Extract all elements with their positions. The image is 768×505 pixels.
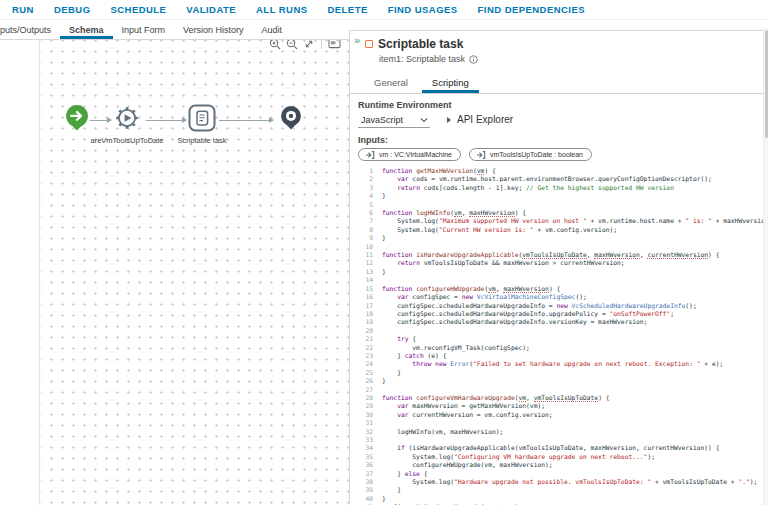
input-variable-chip[interactable]: vmToolsIsUpToDate : boolean (469, 148, 592, 161)
connector-line (146, 120, 186, 121)
line-number: 36 (358, 461, 382, 469)
code-line: 21 try { (358, 335, 768, 343)
line-content: var cods = vm.runtime.host.parent.enviro… (382, 175, 712, 183)
zoom-in-icon[interactable] (268, 40, 281, 50)
code-line: 38 System.log("Hardware upgrade not poss… (358, 478, 768, 486)
line-content: System.log("Maximum supported HW version… (382, 217, 768, 225)
code-line: 31 (358, 419, 768, 427)
fit-screen-icon[interactable] (302, 40, 315, 50)
code-line: 22 vm.reconfigVM_Task(configSpec); (358, 344, 768, 352)
api-explorer-label: API Explorer (457, 114, 513, 125)
inputs-label: Inputs: (358, 135, 768, 145)
line-number: 17 (358, 302, 382, 310)
line-content: var maxHWversion = getMaxHWVersion(vm); (382, 402, 545, 410)
menu-item-find-dependencies[interactable]: FIND DEPENDENCIES (468, 4, 595, 15)
code-line: 23 } catch (e) { (358, 352, 768, 360)
line-number: 20 (358, 327, 382, 335)
line-number: 28 (358, 394, 382, 402)
line-content: System.log("Configuring VM hardware upgr… (382, 453, 655, 461)
line-number: 10 (358, 243, 382, 251)
line-content: vm.reconfigVM_Task(configSpec); (382, 344, 530, 352)
line-content (382, 276, 386, 284)
line-number: 16 (358, 293, 382, 301)
code-line: 25 } (358, 369, 768, 377)
code-line: 14 (358, 276, 768, 284)
line-number: 37 (358, 470, 382, 478)
line-number: 15 (358, 285, 382, 293)
line-content: configSpec.scheduledHardwareUpgradeInfo … (382, 302, 697, 310)
code-line: 8 System.log("Current HW version is: " +… (358, 226, 768, 234)
panel-tab-scripting[interactable]: Scripting (422, 74, 479, 93)
menu-item-delete[interactable]: DELETE (318, 4, 378, 15)
code-line: 1function getMaxHWVersion(vm) { (358, 167, 768, 175)
api-explorer-toggle[interactable]: API Explorer (446, 114, 513, 128)
tab-version-history[interactable]: Version History (174, 20, 253, 39)
panel-collapse-icon[interactable]: » (351, 33, 363, 47)
code-line: 34 if (isHardwareUpgradeApplicable(vmToo… (358, 444, 768, 452)
tab-schema[interactable]: Schema (60, 20, 113, 39)
line-content: return vmToolsIsUpToDate && maxHWversion… (382, 259, 625, 267)
code-line: 32 logHWInfo(vm, maxHWversion); (358, 428, 768, 436)
line-number: 7 (358, 217, 382, 225)
line-number: 14 (358, 276, 382, 284)
input-variable-chip[interactable]: vm : VC:VirtualMachine (358, 148, 461, 161)
line-content: function configureHWUpgrade(vm, maxHWver… (382, 285, 560, 293)
code-line: 37 } else { (358, 470, 768, 478)
zoom-out-icon[interactable] (285, 40, 298, 50)
tab-input-form[interactable]: Input Form (113, 20, 175, 39)
input-chips-row: vm : VC:VirtualMachinevmToolsIsUpToDate … (358, 148, 768, 161)
line-content: } (382, 192, 386, 200)
line-number: 13 (358, 268, 382, 276)
tab-puts-outputs[interactable]: puts/Outputs (0, 20, 60, 39)
menu-item-validate[interactable]: VALIDATE (176, 4, 246, 15)
scriptable-task-icon (365, 40, 373, 48)
node-label: Scriptable task (177, 136, 226, 145)
start-node[interactable] (66, 105, 89, 135)
page-scrollbar[interactable] (763, 28, 768, 505)
line-content (382, 201, 386, 209)
code-line: 17 configSpec.scheduledHardwareUpgradeIn… (358, 302, 768, 310)
code-line: 20 (358, 327, 768, 335)
line-number: 23 (358, 352, 382, 360)
line-content: } (382, 486, 401, 494)
line-content (382, 436, 386, 444)
code-line: 40} (358, 495, 768, 503)
line-content: configureHWUpgrade(vm, maxHWversion); (382, 461, 553, 469)
line-number: 27 (358, 386, 382, 394)
panel-tab-general[interactable]: General (364, 74, 418, 93)
scriptable-task-node[interactable] (188, 104, 216, 136)
left-region: puts/OutputsSchemaInput FormVersion Hist… (0, 20, 349, 505)
code-line: 7 System.log("Maximum supported HW versi… (358, 217, 768, 225)
runtime-environment-select[interactable]: JavaScript (358, 113, 430, 128)
menu-item-all-runs[interactable]: ALL RUNS (246, 4, 317, 15)
line-number: 1 (358, 167, 382, 175)
line-number: 33 (358, 436, 382, 444)
line-number: 9 (358, 234, 382, 242)
workflow-element-node[interactable] (114, 105, 141, 136)
line-content: } catch (e) { (382, 352, 446, 360)
input-variable-icon (365, 150, 375, 160)
script-code-editor[interactable]: 1function getMaxHWVersion(vm) {2 var cod… (358, 167, 768, 505)
connector-line (90, 120, 111, 121)
code-line: 33 (358, 436, 768, 444)
line-number: 2 (358, 175, 382, 183)
code-line: 29 var maxHWversion = getMaxHWVersion(vm… (358, 402, 768, 410)
menu-item-schedule[interactable]: SCHEDULE (101, 4, 177, 15)
node-label: areVmToolsUpToDate (91, 136, 164, 145)
line-content (382, 327, 386, 335)
workflow-canvas[interactable]: areVmToolsUpToDateScriptable task (0, 40, 349, 505)
line-number: 29 (358, 402, 382, 410)
line-number: 4 (358, 192, 382, 200)
line-number: 25 (358, 369, 382, 377)
canvas-left-gutter (0, 40, 40, 505)
minimap-icon[interactable] (328, 40, 341, 50)
menu-item-find-usages[interactable]: FIND USAGES (378, 4, 468, 15)
input-variable-icon (476, 150, 486, 160)
menu-item-run[interactable]: RUN (2, 4, 44, 15)
end-node[interactable] (281, 106, 302, 134)
tab-audit[interactable]: Audit (253, 20, 292, 39)
menu-item-debug[interactable]: DEBUG (44, 4, 101, 15)
line-content: } (382, 234, 386, 242)
info-icon[interactable] (469, 55, 478, 64)
panel-header: Scriptable task item1: Scriptable task (350, 31, 768, 64)
